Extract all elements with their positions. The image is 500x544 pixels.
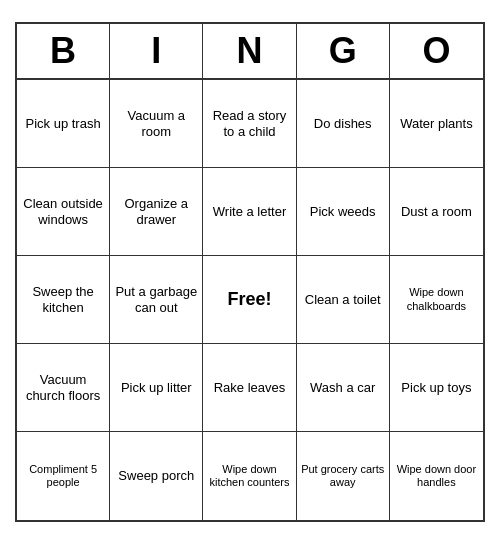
header-letter: B [17, 24, 110, 78]
bingo-cell: Wipe down door handles [390, 432, 483, 520]
bingo-cell: Pick weeds [297, 168, 390, 256]
bingo-cell: Do dishes [297, 80, 390, 168]
bingo-cell: Pick up litter [110, 344, 203, 432]
bingo-cell: Pick up trash [17, 80, 110, 168]
bingo-cell: Rake leaves [203, 344, 296, 432]
bingo-cell: Put a garbage can out [110, 256, 203, 344]
bingo-cell: Clean outside windows [17, 168, 110, 256]
bingo-cell: Vacuum a room [110, 80, 203, 168]
bingo-cell: Wipe down chalkboards [390, 256, 483, 344]
bingo-cell: Wash a car [297, 344, 390, 432]
bingo-cell: Read a story to a child [203, 80, 296, 168]
bingo-cell: Vacuum church floors [17, 344, 110, 432]
bingo-cell: Sweep porch [110, 432, 203, 520]
bingo-cell: Wipe down kitchen counters [203, 432, 296, 520]
bingo-cell: Write a letter [203, 168, 296, 256]
bingo-cell: Put grocery carts away [297, 432, 390, 520]
bingo-cell: Sweep the kitchen [17, 256, 110, 344]
bingo-card: BINGO Pick up trashVacuum a roomRead a s… [15, 22, 485, 522]
header-letter: I [110, 24, 203, 78]
bingo-header: BINGO [17, 24, 483, 80]
bingo-cell: Organize a drawer [110, 168, 203, 256]
header-letter: O [390, 24, 483, 78]
bingo-cell: Pick up toys [390, 344, 483, 432]
bingo-cell: Water plants [390, 80, 483, 168]
bingo-cell: Dust a room [390, 168, 483, 256]
bingo-cell: Compliment 5 people [17, 432, 110, 520]
bingo-cell: Free! [203, 256, 296, 344]
bingo-grid: Pick up trashVacuum a roomRead a story t… [17, 80, 483, 520]
header-letter: G [297, 24, 390, 78]
bingo-cell: Clean a toilet [297, 256, 390, 344]
header-letter: N [203, 24, 296, 78]
